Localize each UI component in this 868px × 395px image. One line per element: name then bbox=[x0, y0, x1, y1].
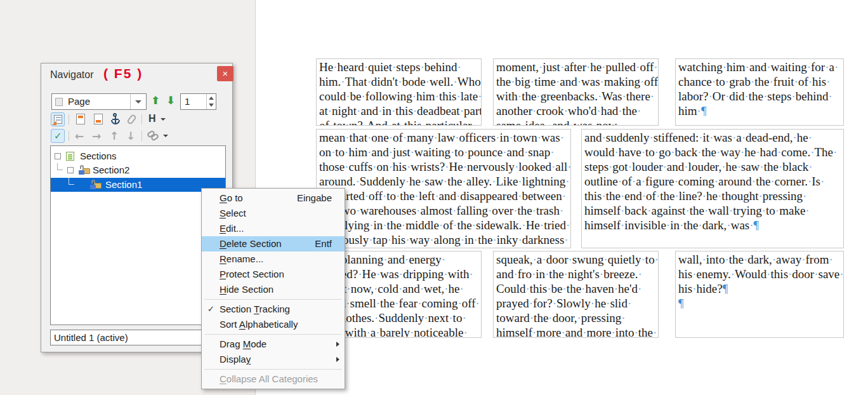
toolbar-separator bbox=[69, 131, 69, 141]
toggle-arrow-icon bbox=[52, 121, 56, 125]
menu-item-go-to[interactable]: Go toEingabe bbox=[202, 191, 345, 206]
document-text-line: and·suddenly·stiffened:·it·was·a·dead-en… bbox=[584, 130, 843, 145]
forward-button[interactable]: → bbox=[92, 130, 101, 142]
menu-item-drag-mode[interactable]: Drag Mode bbox=[202, 337, 345, 352]
back-button[interactable]: ← bbox=[75, 130, 84, 142]
footer-button[interactable] bbox=[91, 112, 105, 126]
submenu-arrow-icon bbox=[336, 342, 339, 347]
header-button[interactable] bbox=[74, 112, 88, 126]
menu-item-label: Protect Section bbox=[220, 267, 284, 282]
document-text-line: moment,·just·after·he·pulled·off· bbox=[496, 60, 658, 74]
navigator-toolbar-row1: H bbox=[41, 112, 232, 128]
document-text-line: steps·got·louder·and·louder,·he·saw·the·… bbox=[584, 159, 843, 174]
chevron-down-icon[interactable] bbox=[163, 135, 168, 137]
move-down-button[interactable]: ↓ bbox=[126, 130, 135, 142]
next-page-button[interactable]: ⬇ bbox=[166, 94, 175, 107]
menu-item-rename[interactable]: Rename... bbox=[202, 251, 345, 267]
menu-item-label: Go to bbox=[220, 191, 243, 206]
section-block-8[interactable]: wall,·into·the·dark,·away·from·his·enemy… bbox=[675, 251, 844, 338]
section-block-5[interactable]: and·suddenly·stiffened:·it·was·a·dead-en… bbox=[581, 129, 844, 248]
menu-item-display[interactable]: Display bbox=[202, 352, 345, 367]
document-page[interactable]: He·heard·quiet·steps·behind·him.·That·di… bbox=[255, 0, 868, 395]
previous-page-button[interactable]: ⬆ bbox=[151, 94, 160, 107]
menu-item-shortcut: Entf bbox=[315, 236, 332, 251]
toolbar-separator bbox=[69, 114, 69, 124]
navigator-toolbar-row2: ✓ ← → ↑ ↓ bbox=[41, 129, 232, 144]
document-text-line: around.·Suddenly·he·saw·the·alley.·Like·… bbox=[319, 174, 570, 189]
document-text-line: of·town?·And·at·this·particular· bbox=[319, 118, 481, 126]
document-text-line: could·be·following·him·this·late· bbox=[319, 89, 481, 104]
document-text-line: himself·more·and·more·into·the· bbox=[496, 325, 658, 338]
document-text-line: Could·this·be·the·haven·he'd· bbox=[496, 281, 658, 296]
spinner-buttons[interactable] bbox=[206, 94, 216, 109]
menu-item-hide-section[interactable]: Hide Section bbox=[202, 282, 345, 297]
combobox-dropdown-button[interactable] bbox=[130, 94, 146, 109]
document-text-line: watching·him·and·waiting·for·a· bbox=[678, 60, 843, 74]
navigator-content-tree[interactable]: SectionsSection2Section1 bbox=[50, 145, 226, 325]
active-document-combobox[interactable]: Untitled 1 (active) bbox=[50, 330, 225, 345]
menu-item-edit[interactable]: Edit... bbox=[202, 221, 345, 236]
tree-item-sections[interactable]: Sections bbox=[51, 149, 225, 163]
menu-item-select[interactable]: Select bbox=[202, 206, 345, 221]
move-up-button[interactable]: ↑ bbox=[110, 130, 119, 142]
sections-category-icon bbox=[66, 152, 74, 161]
navigate-by-combobox[interactable]: Page bbox=[51, 93, 147, 110]
page-number-value: 1 bbox=[185, 96, 190, 107]
section-block-2[interactable]: moment,·just·after·he·pulled·off·the·big… bbox=[493, 58, 659, 126]
document-text-line: another·crook·who'd·had·the· bbox=[496, 104, 658, 118]
document-text-line: the·two·warehouses·almost·falling·over·t… bbox=[319, 203, 570, 218]
document-text-line: on·to·him·and·just·waiting·to·pounce·and… bbox=[319, 145, 570, 159]
tree-item-label: Section2 bbox=[93, 164, 129, 175]
navigate-by-value: Page bbox=[68, 96, 90, 107]
document-text-line: outline·of·a·figure·coming·around·the·co… bbox=[584, 174, 843, 189]
document-text-line: him.·That·didn't·bode·well.·Who· bbox=[319, 74, 481, 89]
anchor-text-button[interactable] bbox=[109, 112, 122, 126]
section-block-4[interactable]: mean·that·one·of·many·law·officers·in·to… bbox=[316, 129, 571, 248]
page-icon bbox=[55, 98, 63, 106]
section-block-3[interactable]: watching·him·and·waiting·for·a·chance·to… bbox=[675, 58, 844, 126]
page-number-spinner[interactable]: 1 bbox=[180, 93, 216, 110]
menu-item-shortcut: Eingabe bbox=[297, 191, 332, 206]
section-block-7[interactable]: squeak,·a·door·swung·quietly·to·and·fro·… bbox=[493, 251, 659, 338]
spin-down-icon bbox=[209, 104, 214, 107]
document-text-line: his·enemy.·Would·this·door·save· bbox=[678, 267, 843, 281]
paperclip-icon bbox=[126, 114, 137, 125]
heading-icon: H bbox=[148, 113, 156, 124]
menu-item-delete-section[interactable]: Delete SectionEntf bbox=[202, 236, 345, 251]
document-text-line: him·¶ bbox=[678, 104, 843, 118]
section-block-1[interactable]: He·heard·quiet·steps·behind·him.·That·di… bbox=[316, 58, 482, 126]
menu-item-collapse-all-categories[interactable]: Collapse All Categories bbox=[202, 372, 345, 387]
content-navigation-view-button[interactable] bbox=[51, 112, 65, 126]
menu-item-label: Edit... bbox=[220, 221, 244, 236]
menu-separator bbox=[204, 369, 342, 370]
document-text-line: with·the·greenbacks.·Was·there· bbox=[496, 89, 658, 104]
drag-mode-button[interactable] bbox=[146, 129, 160, 143]
checkmark-icon: ✓ bbox=[207, 302, 214, 317]
document-text-line: squeak,·a·door·swung·quietly·to· bbox=[496, 252, 658, 267]
menu-item-sort-alphabetically[interactable]: Sort Alphabetically bbox=[202, 317, 345, 332]
menu-item-protect-section[interactable]: Protect Section bbox=[202, 267, 345, 282]
tree-item-section2[interactable]: Section2 bbox=[51, 163, 225, 177]
document-text-line: himself·back·against·the·wall·trying·to·… bbox=[584, 203, 843, 218]
menu-item-label: Display bbox=[220, 352, 251, 367]
list-box-toggle-button[interactable]: ✓ bbox=[51, 129, 65, 143]
document-text-line: toward·the·door,·pressing· bbox=[496, 311, 658, 325]
document-text-line: prayed·for?·Slowly·he·slid· bbox=[496, 296, 658, 311]
tree-item-section1[interactable]: Section1 bbox=[51, 178, 225, 192]
tree-expander[interactable] bbox=[67, 167, 74, 173]
pilcrow-mark: ¶ bbox=[723, 282, 728, 295]
heading-levels-button[interactable]: H bbox=[146, 112, 160, 126]
navigator-titlebar[interactable]: Navigator ( F5 ) × bbox=[41, 64, 232, 86]
menu-item-section-tracking[interactable]: ✓Section Tracking bbox=[202, 302, 345, 317]
tree-expander[interactable] bbox=[55, 153, 61, 159]
close-button[interactable]: × bbox=[217, 66, 233, 81]
document-text-line: ¶ bbox=[678, 296, 843, 311]
set-reminder-button[interactable] bbox=[125, 112, 139, 126]
document-text-line: cautiously·tap·his·way·along·in·the·inky… bbox=[319, 232, 570, 247]
document-text-line: labor?·Or·did·the·steps·behind· bbox=[678, 89, 843, 104]
tree-item-label: Sections bbox=[80, 151, 117, 161]
active-document-value: Untitled 1 (active) bbox=[54, 332, 128, 343]
submenu-arrow-icon bbox=[336, 357, 339, 362]
chevron-down-icon[interactable] bbox=[161, 118, 166, 121]
menu-separator bbox=[204, 334, 342, 335]
